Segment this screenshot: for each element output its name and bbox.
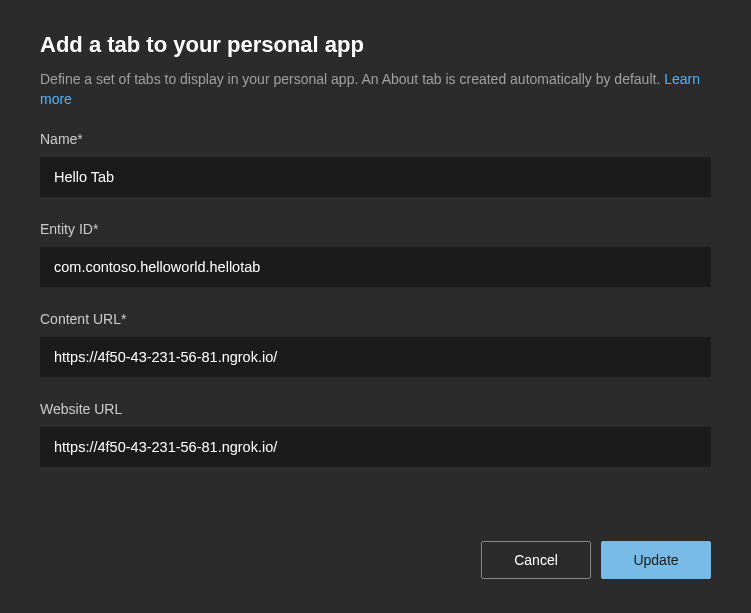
description-text: Define a set of tabs to display in your … [40, 71, 660, 87]
content-url-field-group: Content URL* [40, 311, 711, 377]
cancel-button[interactable]: Cancel [481, 541, 591, 579]
required-indicator: * [77, 131, 82, 147]
name-input[interactable] [40, 157, 711, 197]
name-label-text: Name [40, 131, 77, 147]
entity-id-label-text: Entity ID [40, 221, 93, 237]
website-url-label-text: Website URL [40, 401, 122, 417]
entity-id-field-group: Entity ID* [40, 221, 711, 287]
content-url-label-text: Content URL [40, 311, 121, 327]
required-indicator: * [93, 221, 98, 237]
content-url-input[interactable] [40, 337, 711, 377]
update-button[interactable]: Update [601, 541, 711, 579]
name-field-group: Name* [40, 131, 711, 197]
website-url-label: Website URL [40, 401, 711, 417]
content-url-label: Content URL* [40, 311, 711, 327]
add-tab-dialog: Add a tab to your personal app Define a … [0, 0, 751, 613]
entity-id-input[interactable] [40, 247, 711, 287]
required-indicator: * [121, 311, 126, 327]
dialog-button-row: Cancel Update [481, 541, 711, 579]
name-label: Name* [40, 131, 711, 147]
dialog-title: Add a tab to your personal app [40, 32, 711, 58]
entity-id-label: Entity ID* [40, 221, 711, 237]
dialog-description: Define a set of tabs to display in your … [40, 70, 711, 109]
website-url-input[interactable] [40, 427, 711, 467]
website-url-field-group: Website URL [40, 401, 711, 467]
